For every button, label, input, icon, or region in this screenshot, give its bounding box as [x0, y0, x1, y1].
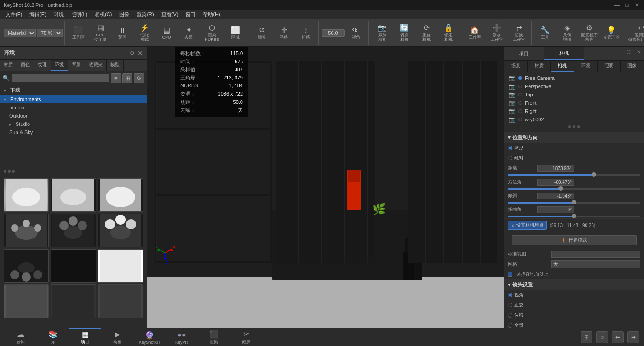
tilt-slider[interactable]: [508, 202, 640, 204]
position-header[interactable]: ▾ 位置和方向: [504, 132, 644, 143]
bottom-btn2[interactable]: ○: [596, 331, 608, 343]
panel-settings-icon[interactable]: ⚙: [130, 50, 135, 57]
subtab-camera[interactable]: 相机: [551, 61, 574, 72]
region-btn[interactable]: ⬜ 区域: [225, 22, 246, 45]
thumb-sphere3[interactable]: [98, 284, 143, 318]
bottom-btn1[interactable]: ⊞: [581, 331, 592, 343]
menu-image[interactable]: 图像: [115, 11, 133, 18]
tab-material[interactable]: 材质: [0, 60, 17, 71]
menu-edit[interactable]: 编辑(E): [26, 11, 50, 18]
camera-front[interactable]: 📷 Front: [506, 99, 642, 107]
set-focus-btn[interactable]: ⊙ 设置相机焦点: [508, 221, 547, 230]
menu-render[interactable]: 渲染(R): [133, 11, 157, 18]
nav-animation[interactable]: ▶ 动画: [101, 328, 133, 346]
right-panel-close[interactable]: ✕: [634, 47, 644, 60]
camera-perspective[interactable]: 📷 Perspective: [506, 82, 642, 91]
subtab-material[interactable]: 材质: [528, 61, 551, 72]
view-grid-btn[interactable]: ⊞: [122, 73, 132, 83]
thumb-all-black[interactable]: All Black 4K: [51, 249, 96, 283]
nav-keyvr[interactable]: 👓 KeyVR: [166, 328, 198, 346]
studio-btn[interactable]: 🏠 工作室: [464, 22, 485, 45]
cpu-btn[interactable]: ▤ CPU: [156, 22, 177, 45]
subtab-env[interactable]: 环境: [574, 61, 598, 72]
camera-top[interactable]: 📷 Top: [506, 91, 642, 99]
switch-studio-btn[interactable]: ⇄ 切换工作室: [508, 22, 529, 45]
switch-camera-btn[interactable]: 🔄 切换相机: [394, 22, 415, 45]
search-input[interactable]: [12, 74, 109, 82]
reset-camera-btn[interactable]: ⟳ 重置相机: [416, 22, 437, 45]
menu-env[interactable]: 环境: [50, 11, 68, 18]
menu-help[interactable]: 帮助(H): [199, 11, 224, 18]
add-studio-btn[interactable]: ➕ 添加工作室: [486, 22, 507, 45]
bottom-btn3[interactable]: ⬅: [612, 331, 624, 343]
bottom-btn4[interactable]: ➡: [627, 331, 639, 343]
camera-free[interactable]: 📷 Free Camera: [506, 74, 642, 82]
camera-right[interactable]: 📷 Right: [506, 107, 642, 115]
radio-perspective[interactable]: 视角: [508, 292, 523, 298]
push-btn[interactable]: ↕ 推移: [295, 22, 316, 45]
tree-interior[interactable]: Interior: [0, 103, 147, 112]
walk-mode-btn[interactable]: 🚶 行走模式: [512, 235, 637, 245]
tree-downloads[interactable]: ▸ 下载: [0, 85, 147, 95]
thumb-3panels-straight[interactable]: 3 Panels Straight...: [98, 178, 143, 212]
keepabove-checkbox[interactable]: [508, 272, 512, 277]
radio-orthographic[interactable]: 正交: [508, 302, 523, 308]
radio-spherical[interactable]: 球形: [508, 145, 523, 151]
thumb-all-white[interactable]: All White 4K: [98, 249, 143, 283]
tab-camera-top[interactable]: 相机: [544, 47, 584, 60]
view-btn[interactable]: 👁 视角: [345, 22, 367, 45]
tab-model[interactable]: 模型: [107, 60, 124, 71]
nav-project[interactable]: ▦ 项目: [69, 328, 101, 346]
nurbs-btn[interactable]: ⬡ 渲染NURBS: [200, 22, 224, 45]
twist-input[interactable]: [537, 206, 574, 213]
pause-btn[interactable]: ⏸ 暂停: [112, 22, 133, 45]
grid-select[interactable]: 无: [551, 260, 640, 268]
panel-close-btn[interactable]: ✕: [138, 50, 143, 57]
nav-cloud[interactable]: ☁ 云库: [5, 328, 37, 346]
azimuth-slider[interactable]: [508, 188, 640, 190]
window-controls[interactable]: — □ ✕: [614, 2, 640, 8]
config-btn[interactable]: ⚙ 配置程序向导: [579, 22, 600, 45]
tab-color[interactable]: 颜色: [17, 60, 34, 71]
nav-screenshot[interactable]: ✂ 截屏: [230, 328, 262, 346]
menu-window[interactable]: 窗口: [182, 11, 199, 18]
twist-slider[interactable]: [508, 216, 640, 217]
cpu-usage-btn[interactable]: ▦ CPU使用量: [90, 22, 111, 45]
tab-environment[interactable]: 环境: [51, 60, 68, 71]
radio-absolute[interactable]: 绝对: [508, 155, 523, 161]
perf-btn[interactable]: ⚡ 性能模式: [134, 22, 155, 45]
close-btn[interactable]: ✕: [634, 2, 640, 8]
distance-input[interactable]: [537, 165, 574, 172]
right-panel-expand[interactable]: ⬡: [624, 47, 634, 60]
thumb-2panels-straight[interactable]: 2 Panels Straight...: [4, 178, 49, 212]
add-camera-btn[interactable]: 📷 添加相机: [372, 22, 393, 45]
tree-outdoor[interactable]: Outdoor: [0, 112, 147, 120]
tab-texture[interactable]: 纹理: [34, 60, 51, 71]
tree-studio[interactable]: ▸ Studio: [0, 120, 147, 128]
menu-file[interactable]: 文件(F): [2, 11, 26, 18]
tools-btn[interactable]: 🔧 工具: [535, 22, 556, 45]
nav-library[interactable]: 📚 库: [37, 328, 69, 346]
view-toggle-btn[interactable]: ≡: [111, 73, 121, 83]
tab-project[interactable]: 项目: [504, 47, 544, 60]
menu-camera[interactable]: 相机(C): [91, 11, 115, 18]
workspace-btn[interactable]: ⬛ 工作区: [68, 22, 89, 45]
subtab-lighting[interactable]: 照明: [598, 61, 621, 72]
subtab-scene[interactable]: 场景: [504, 61, 528, 72]
distance-slider[interactable]: [508, 174, 640, 176]
thumb-3point-dark[interactable]: 3 Point Dark 4K: [51, 214, 96, 247]
geo-view-btn[interactable]: ◈ 几何视图: [557, 22, 578, 45]
thumb-sphere2[interactable]: [51, 284, 96, 318]
back-btn[interactable]: ↩ 返回到链接应用程序: [627, 22, 644, 45]
thumb-2panels-tilted[interactable]: 2 Panels Tilted 4K: [51, 178, 96, 212]
material-select[interactable]: Material: [4, 29, 36, 37]
light-mgr-btn[interactable]: 💡 光管理器: [601, 22, 622, 45]
tilt-input[interactable]: [537, 193, 574, 199]
nav-render[interactable]: ⬛ 渲染: [198, 328, 230, 346]
subtab-image[interactable]: 图像: [621, 61, 644, 72]
tree-sunsky[interactable]: Sun & Sky: [0, 128, 147, 136]
maximize-btn[interactable]: □: [624, 2, 630, 8]
thumb-3point-medium[interactable]: 3 Point Medium ...: [4, 249, 49, 283]
thumb-sphere1[interactable]: [4, 284, 49, 318]
menu-lighting[interactable]: 照明(L): [68, 11, 91, 18]
